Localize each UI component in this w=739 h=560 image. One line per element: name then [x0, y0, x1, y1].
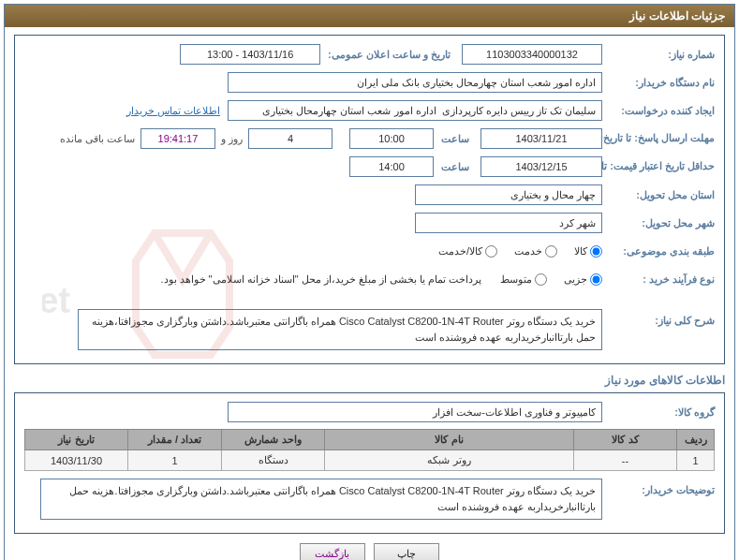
requester-label: ایجاد کننده درخواست:: [602, 105, 715, 117]
product-group-label: گروه کالا:: [602, 406, 715, 419]
category-khadamat-radio[interactable]: [545, 245, 557, 258]
response-deadline-date-field[interactable]: [480, 128, 602, 149]
th-qty: تعداد / مقدار: [128, 430, 222, 450]
cell-qty: 1: [128, 450, 222, 471]
remaining-suffix-label: ساعت باقی مانده: [60, 133, 135, 145]
need-number-label: شماره نیاز:: [602, 49, 715, 61]
price-validity-time-field[interactable]: [349, 156, 434, 177]
saat-label-1: ساعت: [437, 133, 469, 145]
th-name: نام کالا: [325, 430, 574, 450]
process-jozei-radio[interactable]: [590, 273, 602, 286]
process-motevaset-option[interactable]: متوسط: [500, 273, 547, 286]
buyer-contact-link[interactable]: اطلاعات تماس خریدار: [126, 105, 220, 117]
announce-datetime-label: تاریخ و ساعت اعلان عمومی:: [324, 49, 451, 61]
category-khadamat-option[interactable]: خدمت: [514, 245, 557, 258]
process-motevaset-radio[interactable]: [535, 273, 547, 286]
saat-label-2: ساعت: [437, 161, 469, 173]
process-jozei-option[interactable]: جزیی: [564, 273, 602, 286]
th-row: ردیف: [677, 430, 715, 450]
summary-textarea[interactable]: [78, 309, 602, 350]
response-deadline-label: مهلت ارسال پاسخ: تا تاریخ:: [602, 132, 715, 144]
buyer-desc-label: توضیحات خریدار:: [602, 479, 715, 496]
table-row: 1 -- روتر شبکه دستگاه 1 1403/11/30: [25, 450, 715, 471]
delivery-province-label: استان محل تحویل:: [602, 189, 715, 201]
print-button[interactable]: چاپ: [374, 543, 439, 560]
main-info-section: شماره نیاز: تاریخ و ساعت اعلان عمومی: نا…: [14, 35, 725, 364]
items-table: ردیف کد کالا نام کالا واحد شمارش تعداد /…: [24, 429, 715, 471]
goods-info-title: اطلاعات کالاهای مورد نیاز: [16, 374, 725, 387]
category-kala-option[interactable]: کالا: [574, 245, 602, 258]
announce-datetime-field[interactable]: [180, 44, 320, 65]
summary-label: شرح کلی نیاز:: [602, 309, 715, 327]
buyer-org-label: نام دستگاه خریدار:: [602, 77, 715, 89]
details-panel: جزئیات اطلاعات نیاز AriaTender.net شماره…: [4, 4, 735, 560]
response-deadline-time-field[interactable]: [349, 128, 434, 149]
price-validity-label: حداقل تاریخ اعتبار قیمت: تا تاریخ:: [602, 160, 715, 172]
requester-field[interactable]: [228, 100, 602, 121]
th-unit: واحد شمارش: [222, 430, 325, 450]
delivery-province-field[interactable]: [415, 184, 602, 205]
category-kala-khadamat-option[interactable]: کالا/خدمت: [438, 245, 497, 258]
price-validity-date-field[interactable]: [480, 156, 602, 177]
buyer-desc-textarea[interactable]: [40, 479, 602, 520]
time-remaining-field: [140, 128, 215, 149]
process-radio-group: جزیی متوسط: [487, 273, 602, 286]
category-kala-khadamat-radio[interactable]: [485, 245, 497, 258]
back-button[interactable]: بازگشت: [300, 543, 365, 560]
th-code: کد کالا: [574, 430, 677, 450]
category-kala-radio[interactable]: [590, 245, 602, 258]
cell-unit: دستگاه: [222, 450, 325, 471]
product-group-field[interactable]: [228, 402, 602, 422]
buyer-org-field[interactable]: [228, 72, 602, 93]
category-radio-group: کالا خدمت کالا/خدمت: [425, 245, 602, 258]
payment-note: پرداخت تمام یا بخشی از مبلغ خرید،از محل …: [160, 273, 481, 286]
cell-row: 1: [677, 450, 715, 471]
panel-title: جزئیات اطلاعات نیاز: [5, 5, 734, 27]
button-row: چاپ بازگشت: [14, 543, 725, 560]
cell-code: --: [574, 450, 677, 471]
days-remaining-field: [248, 128, 333, 149]
th-date: تاریخ نیاز: [25, 430, 128, 450]
delivery-city-label: شهر محل تحویل:: [602, 217, 715, 229]
days-and-label: روز و: [221, 133, 243, 145]
cell-name: روتر شبکه: [325, 450, 574, 471]
category-label: طبقه بندی موضوعی:: [602, 245, 715, 258]
goods-info-section: گروه کالا: ردیف کد کالا نام کالا واحد شم…: [14, 392, 725, 534]
need-number-field[interactable]: [462, 44, 602, 65]
cell-date: 1403/11/30: [25, 450, 128, 471]
delivery-city-field[interactable]: [415, 213, 602, 233]
process-type-label: نوع فرآیند خرید :: [602, 273, 715, 286]
